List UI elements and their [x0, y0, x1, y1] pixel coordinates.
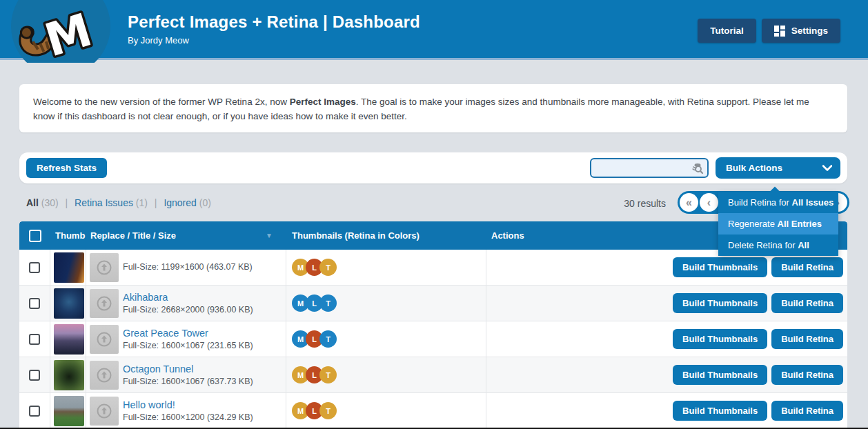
bulk-actions-menu: Build Retina for All Issues Regenerate A… [718, 192, 838, 256]
filter-ignored-count: (0) [199, 197, 211, 208]
build-thumbnails-button[interactable]: Build Thumbnails [673, 365, 767, 385]
media-fullsize-text: Full-Size: 1199×1600 (463.07 KB) [123, 261, 253, 273]
upload-arrow-icon [96, 259, 112, 276]
tutorial-button-label: Tutorial [710, 26, 744, 36]
bulk-menu-item[interactable]: Build Retina for All Issues [718, 192, 838, 213]
build-thumbnails-button[interactable]: Build Thumbnails [673, 293, 767, 313]
media-fullsize-text: Full-Size: 1600×1200 (324.29 KB) [123, 412, 253, 423]
media-title-link[interactable]: Great Peace Tower [123, 327, 253, 340]
filter-separator: | [66, 197, 68, 208]
search-box [590, 158, 709, 178]
filter-all[interactable]: All [26, 197, 39, 208]
sort-chevron-icon: ▼ [266, 232, 273, 239]
replace-upload-dropzone[interactable] [90, 325, 119, 354]
build-retina-button[interactable]: Build Retina [771, 401, 843, 421]
upload-arrow-icon [96, 403, 112, 419]
toolbar-panel: Refresh Stats Bulk Actions [19, 152, 847, 183]
table-row: Akihabara Full-Size: 2668×2000 (936.00 K… [19, 286, 847, 321]
replace-upload-dropzone[interactable] [90, 361, 119, 390]
filter-retina-count: (1) [136, 197, 148, 208]
refresh-stats-button[interactable]: Refresh Stats [26, 158, 107, 178]
media-fullsize-text: Full-Size: 2668×2000 (936.00 KB) [123, 304, 253, 316]
bulk-menu-item[interactable]: Delete Retina for All [718, 235, 838, 256]
row-checkbox[interactable] [29, 262, 40, 273]
header-buttons: Tutorial Settings [698, 19, 840, 43]
size-badges: MLT [292, 402, 337, 419]
filter-tabs: All (30) | Retina Issues (1) | Ignored (… [26, 197, 211, 208]
media-thumbnail[interactable] [54, 324, 84, 355]
media-title-link[interactable]: Hello world! [123, 399, 253, 412]
size-badges: MLT [292, 366, 337, 383]
row-checkbox[interactable] [29, 406, 40, 417]
media-thumbnail[interactable] [54, 288, 84, 319]
replace-upload-dropzone[interactable] [90, 397, 119, 426]
pagination-first-button[interactable]: « [680, 193, 698, 212]
upload-arrow-icon [96, 331, 112, 348]
replace-upload-dropzone[interactable] [90, 289, 119, 318]
welcome-panel: Welcome to the new version of the former… [19, 84, 847, 132]
chevron-down-icon [822, 165, 832, 171]
size-badges: MLT [292, 295, 337, 312]
media-fullsize-text: Full-Size: 1600×1067 (637.73 KB) [123, 376, 253, 388]
filter-retina-issues[interactable]: Retina Issues [75, 197, 133, 208]
app-header: M Perfect Images + Retina | Dashboard By… [0, 0, 868, 60]
search-icon[interactable] [691, 161, 704, 177]
pagination-prev-button[interactable]: ‹ [700, 193, 718, 212]
row-checkbox[interactable] [29, 334, 40, 345]
column-header-replace-label: Replace / Title / Size [90, 230, 176, 241]
column-header-thumbnails[interactable]: Thumbnails (Retina in Colors) [286, 230, 486, 241]
dashboard-page: M Perfect Images + Retina | Dashboard By… [0, 0, 868, 429]
results-count: 30 results [600, 198, 666, 209]
build-retina-button[interactable]: Build Retina [771, 293, 843, 313]
size-badge-t: T [319, 402, 337, 419]
bulk-actions-dropdown[interactable]: Bulk Actions [716, 157, 840, 179]
build-retina-button[interactable]: Build Retina [771, 329, 843, 349]
column-header-replace-title-size[interactable]: Replace / Title / Size ▼ [86, 230, 286, 241]
bulk-actions-label: Bulk Actions [726, 163, 782, 173]
page-title: Perfect Images + Retina | Dashboard [128, 12, 420, 32]
build-thumbnails-button[interactable]: Build Thumbnails [673, 257, 767, 277]
dashboard-grid-icon [774, 26, 785, 37]
upload-arrow-icon [96, 367, 112, 383]
title-block: Perfect Images + Retina | Dashboard By J… [128, 12, 420, 46]
media-thumbnail[interactable] [54, 252, 84, 283]
page-subtitle: By Jordy Meow [128, 35, 420, 46]
meow-apps-logo-icon: M [1, 0, 120, 63]
filter-all-count: (30) [41, 197, 59, 208]
table-row: Hello world! Full-Size: 1600×1200 (324.2… [19, 393, 847, 429]
size-badge-t: T [319, 295, 337, 312]
row-checkbox[interactable] [29, 370, 40, 381]
build-thumbnails-button[interactable]: Build Thumbnails [673, 329, 767, 349]
build-retina-button[interactable]: Build Retina [771, 365, 843, 385]
table-row: Great Peace Tower Full-Size: 1600×1067 (… [19, 321, 847, 357]
media-thumbnail[interactable] [54, 396, 84, 426]
media-title-link[interactable]: Octagon Tunnel [123, 363, 253, 376]
media-thumbnail[interactable] [54, 360, 84, 390]
select-all-checkbox[interactable] [29, 230, 41, 242]
filter-separator: | [155, 197, 157, 208]
build-retina-button[interactable]: Build Retina [771, 257, 843, 277]
welcome-text-bold: Perfect Images [290, 97, 356, 107]
settings-button[interactable]: Settings [762, 19, 840, 43]
build-thumbnails-button[interactable]: Build Thumbnails [673, 401, 767, 421]
column-header-thumb[interactable]: Thumb [50, 230, 86, 241]
tutorial-button[interactable]: Tutorial [698, 19, 756, 43]
size-badges: MLT [292, 330, 337, 348]
welcome-text: Welcome to the new version of the former… [33, 97, 290, 107]
table-row: Octagon Tunnel Full-Size: 1600×1067 (637… [19, 357, 847, 393]
upload-arrow-icon [96, 295, 112, 312]
media-fullsize-text: Full-Size: 1600×1067 (231.65 KB) [123, 340, 253, 352]
size-badge-t: T [319, 366, 337, 383]
filter-ignored[interactable]: Ignored [164, 197, 196, 208]
replace-upload-dropzone[interactable] [90, 253, 119, 282]
size-badges: MLT [292, 259, 337, 276]
size-badge-t: T [319, 330, 337, 348]
settings-button-label: Settings [791, 26, 828, 36]
size-badge-t: T [319, 259, 337, 276]
bulk-menu-item[interactable]: Regenerate All Entries [718, 213, 838, 235]
row-checkbox[interactable] [29, 298, 40, 309]
media-title-link[interactable]: Akihabara [123, 291, 253, 304]
